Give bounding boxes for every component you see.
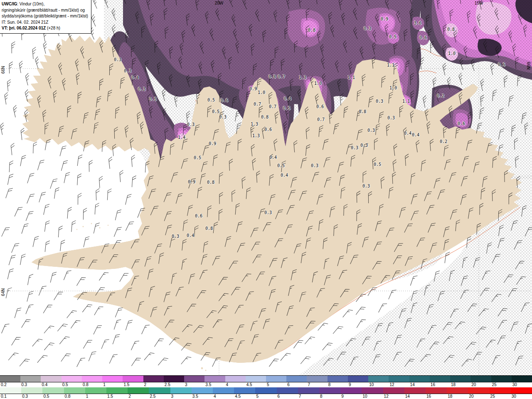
precip-value-label: 0.6 (458, 121, 465, 126)
legend-segment (102, 376, 123, 382)
legend-segment (234, 387, 256, 394)
legend-segment (404, 387, 426, 394)
legend-segment (20, 376, 41, 382)
legend-value: 4.5 (235, 394, 241, 399)
legend-segment (490, 387, 511, 394)
description-line-2: slydda/snjókoma (grátt/bleikt/grænt - mm… (2, 13, 88, 20)
legend-value: 8 (320, 394, 323, 399)
precip-value-label: 0.3 (264, 210, 272, 215)
precip-value-label: 1.0 (314, 81, 322, 86)
precip-value-label: 0.3 (138, 87, 145, 91)
precip-value-label: 0.3 (124, 69, 131, 73)
legend-segment (42, 387, 64, 394)
legend-segment (143, 376, 164, 382)
precip-value-label: 0.4 (404, 131, 411, 135)
precip-value-label: 0.4 (412, 133, 419, 137)
legend-segment (0, 376, 21, 382)
legend-segment (470, 376, 491, 382)
legend-segment (106, 387, 128, 394)
legend-segment (184, 376, 205, 382)
precip-value-label: 1.1 (347, 75, 355, 80)
legend-value: 12 (384, 394, 389, 399)
legend-segment (426, 387, 447, 394)
precip-value-label: 0.6 (316, 104, 324, 109)
legend-value: 2 (144, 382, 147, 387)
legend-value: 0.1 (1, 394, 7, 399)
precip-value-label: 0.3 (364, 26, 371, 31)
legend-segment (286, 376, 307, 382)
precip-value-label: 0.5 (212, 109, 219, 114)
precip-value-label: 1.0 (448, 51, 456, 56)
legend-segment (164, 376, 185, 382)
legend-segment (340, 387, 362, 394)
precip-value-label: 0.3 (360, 143, 368, 148)
legend-value: 25 (492, 382, 497, 387)
legend-segment (85, 387, 107, 394)
precip-value-label: 0.4 (187, 233, 194, 238)
legend-segment (255, 387, 277, 394)
legend-value: 14 (405, 394, 410, 399)
precip-value-label: 0.9 (188, 180, 195, 184)
legend-value: 16 (426, 394, 431, 399)
precip-value-label: 1.0 (258, 90, 265, 95)
legend-value: 0.3 (22, 394, 28, 399)
legend-value: 1 (103, 382, 106, 387)
legend-segment (225, 376, 246, 382)
precip-value-label: 0.3 (387, 116, 395, 120)
legend-value: 0.3 (21, 382, 27, 387)
legend-segment (82, 376, 103, 382)
precip-value-label: 0.6 (221, 98, 228, 103)
map-area: 0.30.30.40.30.50.31.40.90.50.90.80.60.80… (0, 0, 532, 376)
legend-value: 4 (214, 394, 216, 399)
legend-segment (123, 376, 143, 382)
legend-segment (383, 387, 405, 394)
legend-segment (319, 387, 341, 394)
legend-segment (368, 376, 389, 382)
legend-value: 0.5 (62, 382, 68, 387)
legend-value: 0.8 (65, 394, 71, 399)
legend-value: 3.5 (192, 394, 198, 399)
precip-value-label: 0.9 (381, 17, 388, 21)
legend-segment (204, 376, 225, 382)
precip-value-label: 1.4 (178, 135, 185, 140)
precip-value-label: 0.2 (437, 94, 444, 98)
legend-segment (348, 376, 369, 382)
precip-value-label: 0.3 (172, 234, 179, 239)
precip-value-label: 1.1 (402, 99, 410, 103)
legend: 0.20.30.40.50.811.522.533.544.5567891012… (0, 376, 532, 399)
legend-value: 6 (278, 394, 280, 399)
precip-value-label: 0.5 (194, 155, 201, 160)
precip-value-label: 0.8 (447, 27, 455, 32)
precip-value-label: 0.8 (205, 226, 213, 231)
legend-segment (298, 387, 320, 394)
legend-value: 2.5 (150, 394, 155, 399)
legend-value: 0.8 (83, 382, 89, 387)
precip-value-label: 0.7 (254, 102, 261, 106)
legend-value: 3.5 (205, 382, 211, 387)
precip-value-label: 0.5 (283, 106, 291, 111)
legend-value: 1.5 (123, 382, 129, 387)
precip-value-label: 0.7 (317, 117, 325, 122)
title-box: UWC/IG: Vindur (10m), rigning/skúrir (gr… (0, 0, 91, 34)
legend-value: 20 (471, 382, 476, 387)
legend-segment (511, 387, 532, 394)
legend-segment (266, 376, 287, 382)
legend-segment (21, 387, 43, 394)
precip-value-label: 0.3 (362, 184, 370, 188)
legend-value: 0.4 (42, 382, 47, 387)
legend-value: 1 (86, 394, 89, 399)
precip-value-label: 3.6 (414, 21, 421, 25)
legend-value: 14 (410, 382, 415, 387)
legend-value: 10 (362, 394, 367, 399)
weather-map-screen: 0.30.30.40.30.50.31.40.90.50.90.80.60.80… (0, 0, 532, 399)
precip-value-label: 0.5 (498, 62, 505, 67)
legend-value: 0.5 (43, 394, 49, 399)
legend-value: 3 (185, 382, 187, 387)
precip-value-label: 0.4 (284, 96, 291, 101)
coordinate-label: 64N (1, 288, 5, 296)
product-code: UWC/IG (2, 2, 17, 6)
legend-segment (62, 376, 82, 382)
legend-value: 0.2 (1, 382, 7, 387)
rain-colorbar (0, 387, 532, 394)
precip-value-label: 0.9 (209, 141, 216, 146)
